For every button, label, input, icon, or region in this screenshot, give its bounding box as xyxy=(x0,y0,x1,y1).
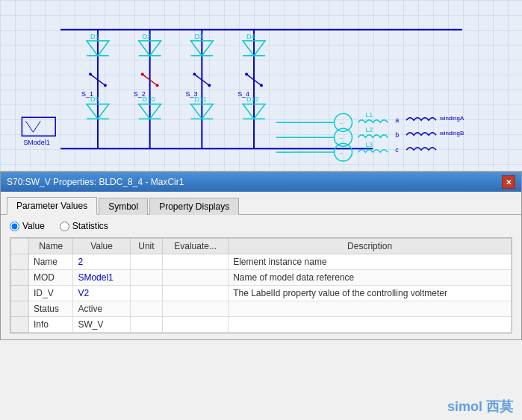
col-evaluate: Evaluate... xyxy=(163,239,229,254)
schematic-area: D1 D2 D3 D4 D9 D10 D11 D12 S_1 xyxy=(0,0,522,172)
svg-text:L2: L2 xyxy=(365,126,373,134)
table-body: Name2Element instance nameMODSModel1Name… xyxy=(11,254,512,333)
row-description: Element instance name xyxy=(229,254,512,270)
svg-text:SModel1: SModel1 xyxy=(23,139,49,146)
table-row[interactable]: StatusActive xyxy=(11,301,512,317)
row-unit xyxy=(130,254,162,270)
svg-text:windingA: windingA xyxy=(439,115,464,122)
row-index xyxy=(11,286,29,301)
svg-text:D3: D3 xyxy=(194,33,202,40)
properties-table: Name Value Unit Evaluate... Description … xyxy=(10,238,512,333)
row-description xyxy=(229,301,512,317)
row-index xyxy=(11,270,29,286)
watermark: simol 西莫 xyxy=(447,398,513,416)
row-description: Name of model data reference xyxy=(229,270,512,286)
svg-text:L3: L3 xyxy=(365,141,373,148)
row-unit xyxy=(130,301,162,317)
row-evaluate xyxy=(163,286,229,301)
row-name: Status xyxy=(29,301,73,317)
row-unit xyxy=(130,286,162,301)
col-index xyxy=(11,239,29,254)
properties-table-container: Name Value Unit Evaluate... Description … xyxy=(10,237,512,333)
svg-text:D4: D4 xyxy=(246,33,255,40)
dialog-area: S70:SW_V Properties: BLDC_8_4 - MaxCir1 … xyxy=(0,172,522,420)
col-unit: Unit xyxy=(130,239,162,254)
svg-text:S_1: S_1 xyxy=(81,90,93,98)
svg-point-36 xyxy=(156,84,159,87)
svg-text:S_3: S_3 xyxy=(185,90,197,98)
svg-text:D2: D2 xyxy=(143,33,151,40)
svg-point-44 xyxy=(260,84,263,87)
table-row[interactable]: MODSModel1Name of model data reference xyxy=(11,270,512,286)
tab-parameter-values[interactable]: Parameter Values xyxy=(7,197,97,215)
row-name: Info xyxy=(29,317,73,333)
close-button[interactable]: ✕ xyxy=(502,175,515,189)
dialog-title: S70:SW_V Properties: BLDC_8_4 - MaxCir1 xyxy=(7,177,184,187)
row-name: ID_V xyxy=(29,286,73,301)
row-value: SW_V xyxy=(73,317,130,333)
row-value: 2 xyxy=(73,254,130,270)
svg-point-31 xyxy=(89,73,92,76)
row-value: SModel1 xyxy=(73,270,130,286)
svg-point-39 xyxy=(193,73,196,76)
svg-point-35 xyxy=(141,73,144,76)
svg-text:b: b xyxy=(395,131,399,139)
svg-text:L1: L1 xyxy=(365,111,373,119)
row-name: MOD xyxy=(29,270,73,286)
dialog-titlebar: S70:SW_V Properties: BLDC_8_4 - MaxCir1 … xyxy=(1,172,521,192)
table-header-row: Name Value Unit Evaluate... Description xyxy=(11,239,512,254)
table-row[interactable]: ID_VV2The LabelId property value of the … xyxy=(11,286,512,301)
row-evaluate xyxy=(163,317,229,333)
row-index xyxy=(11,317,29,333)
tabs-bar: Parameter Values Symbol Property Display… xyxy=(1,192,521,215)
svg-text:S_2: S_2 xyxy=(134,90,146,98)
radio-area: Value Statistics xyxy=(1,215,521,237)
row-evaluate xyxy=(163,270,229,286)
row-index xyxy=(11,301,29,317)
svg-point-43 xyxy=(245,73,248,76)
tab-property-displays[interactable]: Property Displays xyxy=(149,198,239,215)
tab-symbol[interactable]: Symbol xyxy=(99,198,148,215)
row-name: Name xyxy=(29,254,73,270)
row-description: The LabelId property value of the contro… xyxy=(229,286,512,301)
svg-rect-46 xyxy=(22,117,55,136)
radio-statistics[interactable]: Statistics xyxy=(60,221,108,231)
svg-text:~: ~ xyxy=(340,120,344,127)
row-unit xyxy=(130,317,162,333)
table-row[interactable]: InfoSW_V xyxy=(11,317,512,333)
row-description xyxy=(229,317,512,333)
row-index xyxy=(11,254,29,270)
row-unit xyxy=(130,270,162,286)
schematic-svg: D1 D2 D3 D4 D9 D10 D11 D12 S_1 xyxy=(0,0,522,171)
properties-dialog: S70:SW_V Properties: BLDC_8_4 - MaxCir1 … xyxy=(0,172,522,340)
svg-text:~: ~ xyxy=(340,135,344,142)
radio-value[interactable]: Value xyxy=(10,221,45,231)
table-row[interactable]: Name2Element instance name xyxy=(11,254,512,270)
svg-point-40 xyxy=(208,84,211,87)
svg-line-47 xyxy=(25,121,33,132)
col-description: Description xyxy=(229,239,512,254)
svg-text:windingB: windingB xyxy=(439,130,464,137)
svg-text:c: c xyxy=(395,146,399,154)
svg-text:~: ~ xyxy=(340,150,344,157)
row-value: Active xyxy=(73,301,130,317)
svg-text:D1: D1 xyxy=(90,33,99,40)
svg-point-32 xyxy=(104,84,107,87)
row-value: V2 xyxy=(73,286,130,301)
row-evaluate xyxy=(163,254,229,270)
svg-text:a: a xyxy=(395,116,399,124)
svg-text:S_4: S_4 xyxy=(237,90,249,98)
svg-line-48 xyxy=(33,121,40,132)
row-evaluate xyxy=(163,301,229,317)
col-name: Name xyxy=(29,239,73,254)
col-value: Value xyxy=(73,239,130,254)
